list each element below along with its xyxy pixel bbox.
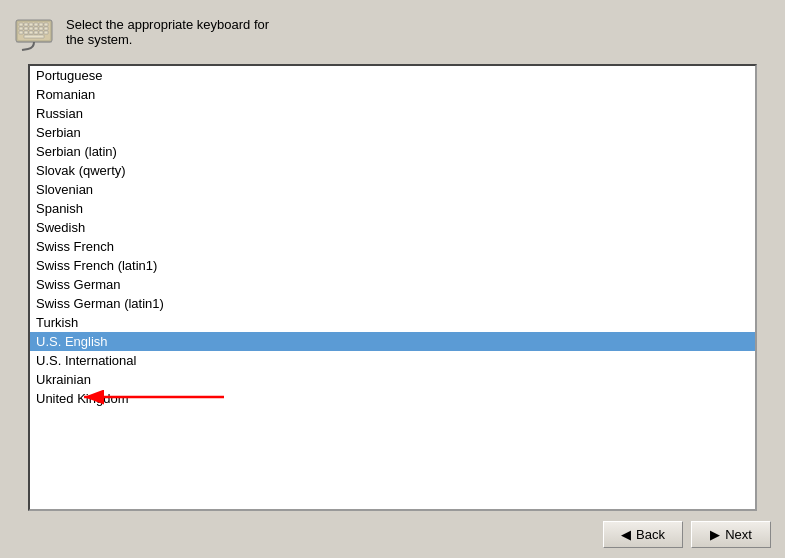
svg-rect-19 <box>44 31 48 34</box>
list-item[interactable]: Slovak (qwerty) <box>30 161 755 180</box>
svg-rect-4 <box>29 23 33 26</box>
footer: ◀ Back ▶ Next <box>0 511 785 558</box>
svg-rect-14 <box>19 31 23 34</box>
list-wrapper: PortugueseRomanianRussianSerbianSerbian … <box>14 64 771 511</box>
svg-rect-11 <box>34 27 38 30</box>
svg-rect-10 <box>29 27 33 30</box>
back-button[interactable]: ◀ Back <box>603 521 683 548</box>
next-icon: ▶ <box>710 527 720 542</box>
svg-rect-8 <box>19 27 23 30</box>
list-item[interactable]: Ukrainian <box>30 370 755 389</box>
svg-rect-20 <box>24 35 44 38</box>
svg-rect-18 <box>39 31 43 34</box>
svg-rect-16 <box>29 31 33 34</box>
list-item[interactable]: Swedish <box>30 218 755 237</box>
list-scroll[interactable]: PortugueseRomanianRussianSerbianSerbian … <box>30 66 755 509</box>
list-item[interactable]: U.S. English <box>30 332 755 351</box>
list-item[interactable]: Swiss French <box>30 237 755 256</box>
list-item[interactable]: Romanian <box>30 85 755 104</box>
list-item[interactable]: Russian <box>30 104 755 123</box>
svg-rect-15 <box>24 31 28 34</box>
svg-rect-13 <box>44 27 48 30</box>
svg-rect-2 <box>19 23 23 26</box>
list-item[interactable]: U.S. International <box>30 351 755 370</box>
keyboard-list: PortugueseRomanianRussianSerbianSerbian … <box>28 64 757 511</box>
back-label: Back <box>636 527 665 542</box>
svg-rect-6 <box>39 23 43 26</box>
header: Select the appropriate keyboard for the … <box>0 0 785 64</box>
list-item[interactable]: Spanish <box>30 199 755 218</box>
svg-rect-7 <box>44 23 48 26</box>
list-item[interactable]: Serbian (latin) <box>30 142 755 161</box>
list-item[interactable]: Swiss German (latin1) <box>30 294 755 313</box>
list-item[interactable]: Portuguese <box>30 66 755 85</box>
svg-rect-9 <box>24 27 28 30</box>
back-icon: ◀ <box>621 527 631 542</box>
svg-rect-17 <box>34 31 38 34</box>
next-button[interactable]: ▶ Next <box>691 521 771 548</box>
svg-rect-3 <box>24 23 28 26</box>
keyboard-icon <box>14 12 54 52</box>
list-item[interactable]: Slovenian <box>30 180 755 199</box>
svg-rect-12 <box>39 27 43 30</box>
header-text: Select the appropriate keyboard for the … <box>66 17 269 47</box>
list-item[interactable]: Swiss German <box>30 275 755 294</box>
list-item[interactable]: United Kingdom <box>30 389 755 408</box>
list-item[interactable]: Serbian <box>30 123 755 142</box>
list-item[interactable]: Turkish <box>30 313 755 332</box>
next-label: Next <box>725 527 752 542</box>
list-item[interactable]: Swiss French (latin1) <box>30 256 755 275</box>
svg-rect-5 <box>34 23 38 26</box>
